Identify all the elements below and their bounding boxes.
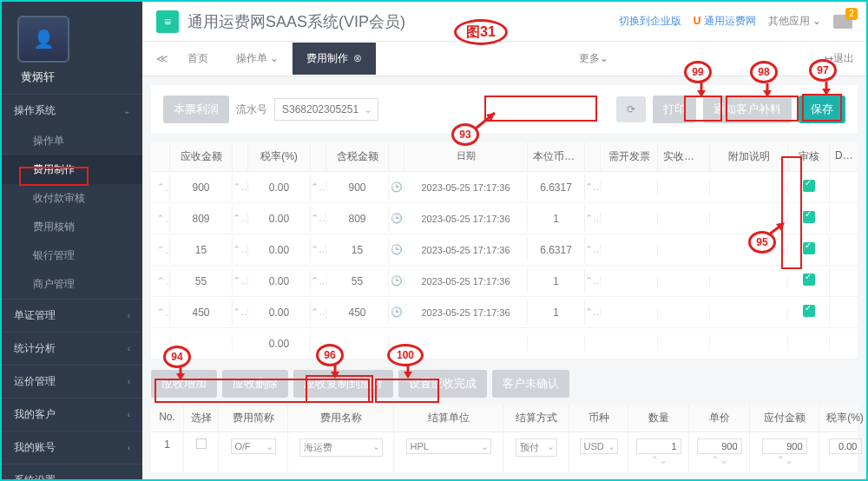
avatar[interactable]: 👤	[17, 16, 69, 63]
stepper-icon[interactable]: ⌃⌄	[311, 213, 326, 224]
chevron-updown-icon[interactable]: ⌃⌄	[151, 237, 170, 263]
stepper-icon[interactable]: ⌃⌄	[311, 244, 326, 255]
pay-grid-head: No. 选择 费用简称 费用名称 结算单位 结算方式 币种 数量 单价 应付金额…	[151, 405, 858, 432]
tax-input[interactable]: 0.00	[829, 438, 862, 454]
col-taxed: 含税金额	[326, 142, 389, 171]
sidebar-item-operation-order[interactable]: 操作单	[2, 127, 142, 155]
sidebar-item-pay-audit[interactable]: 收付款审核	[2, 184, 142, 213]
avatar-block: 👤 黄炳轩	[2, 2, 142, 94]
recv-grid-row[interactable]: ⌃⌄450⌃⌄0.00⌃⌄450🕒2023-05-25 17:17:361⌃⌄	[151, 297, 858, 328]
chevron-down-icon: ⌄	[812, 15, 821, 27]
audit-checkbox[interactable]	[803, 242, 815, 254]
recv-grid-row[interactable]: ⌃⌄900⌃⌄0.00⌃⌄900🕒2023-05-25 17:17:366.63…	[151, 172, 858, 203]
sidebar-item-fee-create[interactable]: 费用制作	[2, 155, 142, 184]
stepper-icon[interactable]: ⌃⌄	[311, 275, 326, 287]
fee-name-select[interactable]: 海运费	[299, 438, 383, 457]
stepper-icon[interactable]: ⌃⌄	[311, 181, 326, 193]
switch-enterprise-link[interactable]: 切换到企业版	[619, 14, 681, 29]
chevron-left-icon: ‹	[128, 344, 130, 353]
menu-group-account[interactable]: 我的账号‹	[2, 432, 142, 464]
pay-grid-row[interactable]: 1 O/F 海运费 HPL 预付 USD 1⌃⌄ 900⌃⌄ 900⌃⌄ 0.0…	[151, 432, 858, 472]
menu-group-settings[interactable]: 系统设置‹	[2, 465, 142, 481]
username: 黄炳轩	[17, 69, 142, 85]
brand-link[interactable]: U 通用运费网	[694, 14, 756, 29]
recv-grid: 应收金额 税率(%) 含税金额 日期 本位币汇率 需开发票 实收金额 附加说明 …	[151, 142, 858, 359]
col-debite: Debite N	[830, 142, 858, 171]
sidebar-item-fee-verify[interactable]: 费用核销	[2, 213, 142, 241]
tab-scroll-left[interactable]: ≪	[151, 52, 174, 65]
col-audit: 审核	[788, 142, 830, 171]
chevron-updown-icon[interactable]: ⌃⌄	[151, 300, 170, 326]
stepper-icon[interactable]: ⌃⌄	[233, 181, 248, 193]
close-icon[interactable]: ⊗	[353, 52, 362, 64]
chevron-updown-icon[interactable]: ⌃⌄	[151, 268, 170, 294]
row-checkbox[interactable]	[196, 438, 207, 449]
recv-add-button[interactable]: 应收增加	[151, 370, 217, 398]
menu-group-customer[interactable]: 我的客户‹	[2, 399, 142, 431]
recv-del-button[interactable]: 应收删除	[222, 370, 288, 398]
chevron-down-icon: ⌄	[123, 106, 130, 115]
logout-link[interactable]: ↦退出	[812, 51, 866, 66]
chevron-down-icon: ⌄	[270, 52, 279, 64]
print-button[interactable]: 打印	[653, 96, 696, 123]
chevron-left-icon: ‹	[128, 410, 130, 419]
refresh-icon[interactable]: ⟳	[616, 96, 646, 122]
serial-select[interactable]: S368202305251	[274, 98, 378, 121]
stepper-icon[interactable]: ⌃⌄	[233, 275, 248, 287]
recv-grid-head: 应收金额 税率(%) 含税金额 日期 本位币汇率 需开发票 实收金额 附加说明 …	[151, 142, 858, 172]
serial-label: 流水号	[236, 102, 267, 117]
customer-unconfirm-button[interactable]: 客户未确认	[492, 370, 569, 398]
clock-icon: 🕒	[389, 275, 404, 287]
hamburger-icon[interactable]: ≡	[156, 10, 179, 33]
stepper-icon[interactable]: ⌃⌄	[311, 306, 326, 318]
sidebar-item-bank[interactable]: 银行管理	[2, 241, 142, 270]
mail-icon[interactable]: 2	[833, 15, 852, 29]
menu-group-doc[interactable]: 单证管理‹	[2, 300, 142, 332]
chevron-updown-icon[interactable]: ⌃⌄	[151, 206, 170, 232]
recv-done-button[interactable]: 设置应收完成	[398, 370, 487, 398]
stepper-icon[interactable]: ⌃⌄	[585, 306, 601, 318]
menu-group-stats[interactable]: 统计分析‹	[2, 333, 142, 365]
audit-checkbox[interactable]	[803, 180, 815, 192]
notify-customer-button[interactable]: 通知客户补料	[703, 96, 792, 123]
recv-grid-row[interactable]: ⌃⌄15⌃⌄0.00⌃⌄15🕒2023-05-25 17:17:366.6317…	[151, 234, 858, 266]
tab-fee-create[interactable]: 费用制作⊗	[293, 43, 376, 75]
recv-action-bar: 应收增加 应收删除 应收复制到应付 设置应收完成 客户未确认	[151, 370, 858, 398]
menu-group-operations[interactable]: 操作系统⌄	[2, 95, 142, 127]
unit-select[interactable]: HPL	[406, 438, 491, 454]
sidebar-item-merchant[interactable]: 商户管理	[2, 270, 142, 299]
menu-group-rate[interactable]: 运价管理‹	[2, 366, 142, 398]
stepper-icon[interactable]: ⌃⌄	[585, 181, 601, 193]
stepper-icon[interactable]: ⌃⌄	[233, 213, 248, 224]
app-title: 通用运费网SAAS系统(VIP会员)	[187, 11, 607, 32]
recv-grid-row[interactable]: ⌃⌄809⌃⌄0.00⌃⌄809🕒2023-05-25 17:17:361⌃⌄	[151, 203, 858, 234]
abbr-select[interactable]: O/F	[231, 438, 276, 454]
mode-select[interactable]: 预付	[516, 438, 557, 457]
recv-copy-button[interactable]: 应收复制到应付	[293, 370, 393, 398]
stepper-icon[interactable]: ⌃⌄	[233, 306, 248, 318]
tab-operation-order[interactable]: 操作单 ⌄	[222, 43, 293, 75]
chevron-down-icon: ⌄	[600, 52, 608, 64]
recv-grid-row[interactable]: ⌃⌄55⌃⌄0.00⌃⌄55🕒2023-05-25 17:17:361⌃⌄	[151, 266, 858, 297]
currency-select[interactable]: USD	[580, 438, 618, 454]
price-input[interactable]: 900	[697, 438, 742, 454]
audit-checkbox[interactable]	[803, 273, 815, 286]
chevron-updown-icon[interactable]: ⌃⌄	[151, 175, 170, 201]
stepper-icon[interactable]: ⌃⌄	[233, 244, 248, 255]
profit-button[interactable]: 本票利润	[163, 96, 229, 123]
main-area: ≡ 通用运费网SAAS系统(VIP会员) 切换到企业版 U 通用运费网 其他应用…	[142, 2, 866, 481]
tab-more[interactable]: 更多⌄	[567, 51, 621, 66]
col-hl: 本位币汇率	[528, 142, 585, 171]
stepper-icon[interactable]: ⌃⌄	[585, 244, 601, 255]
pay-input[interactable]: 900	[762, 438, 807, 454]
audit-checkbox[interactable]	[803, 211, 815, 223]
other-apps-link[interactable]: 其他应用 ⌄	[768, 14, 821, 29]
save-button[interactable]: 保存	[799, 96, 845, 123]
stepper-icon[interactable]: ⌃⌄	[585, 275, 601, 287]
col-date: 日期	[404, 142, 528, 171]
stepper-icon[interactable]: ⌃⌄	[585, 213, 601, 224]
sub-toolbar: 本票利润 流水号 S368202305251 ⟳ 打印 通知客户补料 保存	[151, 85, 858, 134]
qty-input[interactable]: 1	[636, 438, 681, 454]
tab-home[interactable]: 首页	[174, 43, 222, 75]
audit-checkbox[interactable]	[803, 305, 815, 317]
